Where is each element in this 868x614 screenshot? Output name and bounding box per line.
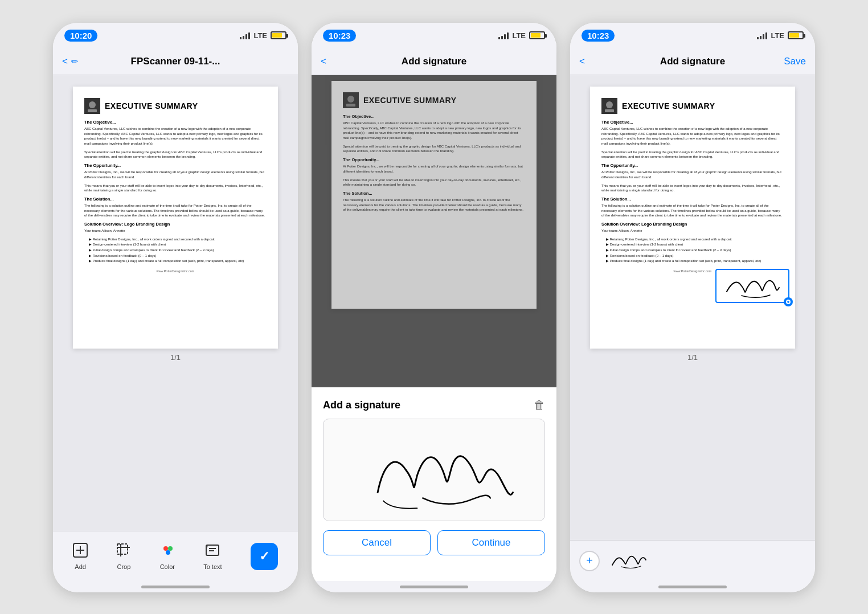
home-indicator-1 xyxy=(53,581,298,592)
sig-add-button-3[interactable]: + xyxy=(579,551,600,571)
lte-badge-3: LTE xyxy=(771,31,784,40)
svg-rect-2 xyxy=(88,109,97,112)
doc-body-solution-1: The following is a solution outline and … xyxy=(84,203,267,218)
check-button-1[interactable]: ✓ xyxy=(251,543,278,570)
svg-point-9 xyxy=(163,546,168,551)
doc-bullet-2: ▶ Design-centered interview (1-2 hours) … xyxy=(89,242,267,247)
svg-point-11 xyxy=(166,550,170,555)
add-icon-1 xyxy=(73,543,88,561)
back-button-2[interactable]: < xyxy=(321,56,326,67)
doc-body-opportunity-1: At Potter Designs, Inc., we will be resp… xyxy=(84,170,267,179)
signal-bar-4 xyxy=(248,32,250,39)
status-bar-1: 10:20 LTE xyxy=(53,23,298,48)
doc-area-1: EXECUTIVE SUMMARY The Objective... ABC C… xyxy=(53,75,298,531)
edit-icon-1[interactable]: ✏ xyxy=(71,56,79,67)
save-button-3[interactable]: Save xyxy=(784,56,806,67)
exec-title-1: EXECUTIVE SUMMARY xyxy=(105,101,198,110)
modal-actions-2: Cancel Continue xyxy=(323,530,545,555)
phone-screen-2: 10:23 LTE < Add signature xyxy=(312,23,556,592)
nav-title-3: Add signature xyxy=(660,56,725,67)
continue-button-2[interactable]: Continue xyxy=(437,530,545,555)
nav-bar-2: < Add signature xyxy=(312,48,556,75)
toolbar-totext-1[interactable]: T To text xyxy=(203,543,222,570)
exec-header-3: EXECUTIVE SUMMARY xyxy=(601,98,784,114)
trash-icon-2[interactable]: 🗑 xyxy=(534,399,545,412)
cancel-button-2[interactable]: Cancel xyxy=(323,530,431,555)
doc-section-solution-1: The Solution... xyxy=(84,197,267,202)
signal-bars-3 xyxy=(757,31,767,39)
exec-logo-3 xyxy=(601,98,617,114)
home-indicator-3 xyxy=(570,581,815,592)
svg-point-10 xyxy=(168,546,173,551)
svg-text:T: T xyxy=(207,545,208,548)
doc-area-3: EXECUTIVE SUMMARY The Objective... ABC C… xyxy=(570,75,815,540)
doc-bullet-5: ▶ Produce final designs (1 day) and crea… xyxy=(89,259,267,264)
back-button-1[interactable]: < xyxy=(62,56,68,67)
phone-screen-1: 10:20 LTE < FPScanner 09-11-... ✏ xyxy=(53,23,298,592)
signal-bar-2 xyxy=(243,36,244,39)
crop-label-1: Crop xyxy=(117,563,130,570)
status-right-3: LTE xyxy=(757,31,804,40)
sig-bottom-bar-3: + xyxy=(570,540,815,581)
doc-bullet-3: ▶ Initial design comps and examples to c… xyxy=(89,248,267,253)
totext-icon-1: T xyxy=(205,543,220,561)
sig-resize-handle-3[interactable] xyxy=(784,297,793,306)
exec-title-2: EXECUTIVE SUMMARY xyxy=(363,96,457,105)
sig-svg-doc-3 xyxy=(721,272,784,300)
home-indicator-2 xyxy=(312,581,556,592)
doc-section-objective-1: The Objective... xyxy=(84,120,267,125)
page-indicator-1: 1/1 xyxy=(170,349,181,366)
status-bar-3: 10:23 LTE xyxy=(570,23,815,48)
exec-logo-1 xyxy=(84,98,100,114)
doc-section-opportunity-1: The Opportunity... xyxy=(84,163,267,168)
home-bar-3 xyxy=(658,586,727,588)
crop-icon-1 xyxy=(116,543,131,561)
totext-label-1: To text xyxy=(203,563,222,570)
bottom-toolbar-1: Add Crop Color xyxy=(53,531,298,581)
modal-header-2: Add a signature 🗑 xyxy=(323,399,545,412)
status-right-2: LTE xyxy=(498,31,545,40)
nav-bar-3: < Add signature Save xyxy=(570,48,815,75)
back-button-3[interactable]: < xyxy=(579,56,585,67)
status-bar-2: 10:23 LTE xyxy=(312,23,556,48)
signature-on-doc-3[interactable] xyxy=(715,269,789,303)
doc-body-objective-1: ABC Capital Ventures, LLC wishes to comb… xyxy=(84,126,267,146)
check-icon-1: ✓ xyxy=(259,549,269,564)
battery-1 xyxy=(271,31,286,39)
svg-rect-6 xyxy=(117,544,128,554)
sig-preview-3[interactable] xyxy=(609,550,649,572)
doc-body-means-1: This means that you or your staff will b… xyxy=(84,183,267,193)
color-icon-1 xyxy=(160,543,175,561)
nav-title-2: Add signature xyxy=(402,56,466,67)
lte-badge-2: LTE xyxy=(512,31,526,40)
status-right-1: LTE xyxy=(240,31,286,40)
sig-preview-svg-3 xyxy=(609,551,649,571)
phone-screen-3: 10:23 LTE < Add signature Save xyxy=(570,23,815,592)
signature-svg-2 xyxy=(324,419,544,521)
status-time-3: 10:23 xyxy=(582,30,615,42)
color-label-1: Color xyxy=(160,563,175,570)
home-bar-1 xyxy=(141,586,210,588)
doc-bullet-4: ▶ Revisions based on feedback (0 – 1 day… xyxy=(89,253,267,259)
status-time-2: 10:23 xyxy=(323,30,356,42)
toolbar-crop-1[interactable]: Crop xyxy=(116,543,131,570)
battery-fill-2 xyxy=(531,33,541,38)
toolbar-add-1[interactable]: Add xyxy=(73,543,88,570)
battery-fill-1 xyxy=(272,33,282,38)
doc-page-1: EXECUTIVE SUMMARY The Objective... ABC C… xyxy=(73,87,278,349)
toolbar-color-1[interactable]: Color xyxy=(160,543,175,570)
svg-rect-21 xyxy=(605,109,614,112)
doc-body-special-1: Special attention will be paid to treati… xyxy=(84,150,267,159)
doc-bullet-1: ▶ Retaining Potter Designs, Inc., all wo… xyxy=(89,237,267,242)
signal-bar-1 xyxy=(240,37,241,39)
signature-canvas-2[interactable] xyxy=(323,419,545,521)
signature-modal: Add a signature 🗑 Cancel Continue xyxy=(312,387,556,581)
doc-page-3: EXECUTIVE SUMMARY The Objective... ABC C… xyxy=(590,87,795,349)
battery-2 xyxy=(529,31,545,39)
battery-fill-3 xyxy=(789,33,799,38)
status-time-1: 10:20 xyxy=(64,30,97,42)
svg-point-1 xyxy=(89,101,96,108)
signal-bars-2 xyxy=(498,31,509,39)
exec-header-2: EXECUTIVE SUMMARY xyxy=(343,92,525,108)
signal-bar-3 xyxy=(245,34,247,39)
